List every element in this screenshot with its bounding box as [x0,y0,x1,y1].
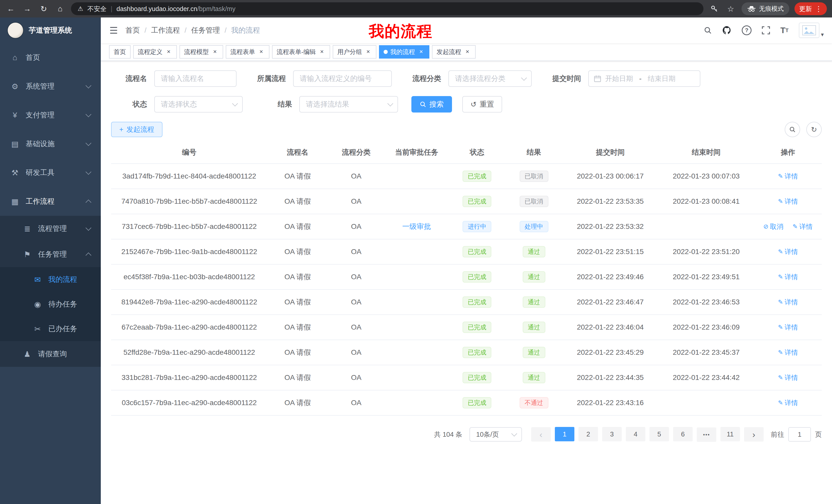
reload-icon[interactable]: ↻ [38,3,49,15]
page-number-button[interactable]: 11 [721,427,740,441]
jump-page-input[interactable] [788,427,811,442]
breadcrumb-item[interactable]: 首页 / [126,25,151,35]
prev-page-button[interactable]: ‹ [531,427,551,442]
fullscreen-icon[interactable] [762,26,770,34]
page-number-button[interactable]: ••• [697,427,716,442]
page-tab[interactable]: 我的流程 × [379,45,430,59]
app-logo[interactable]: 芋道管理系统 [0,18,101,43]
create-process-button[interactable]: + 发起流程 [111,122,162,137]
reset-button[interactable]: ↺ 重置 [462,96,502,113]
sidebar-item[interactable]: ⚒ 研发工具 [0,158,101,187]
page-tab[interactable]: 流程定义 × [133,45,177,59]
browser-menu-icon[interactable]: ⋮ [815,5,822,13]
next-page-button[interactable]: › [744,427,763,442]
page-number-button[interactable]: 3 [602,427,622,441]
cell-current-task [385,315,449,340]
page-number-button[interactable]: 5 [649,427,669,441]
sidebar-item-label: 已办任务 [48,324,77,334]
plus-icon: + [119,125,123,134]
sidebar-item[interactable]: ♟ 请假查询 [0,341,101,367]
address-bar[interactable]: ⚠ 不安全 | dashboard.yudao.iocoder.cn/bpm/t… [71,2,703,15]
breadcrumb-item[interactable]: 我的流程 [231,25,269,35]
result-select[interactable]: 请选择流结果 [299,96,398,113]
page-size-select[interactable]: 10条/页 [469,427,522,442]
cell-submit-time: 2022-01-23 00:06:17 [562,164,658,189]
sidebar-item[interactable]: ▤ 基础设施 [0,130,101,158]
detail-link[interactable]: ✎详情 [778,172,798,181]
page-tab[interactable]: 发起流程 × [432,45,476,59]
breadcrumb-label[interactable]: 工作流程 [151,25,180,35]
sidebar-item[interactable]: ⚙ 系统管理 [0,72,101,101]
tab-close-icon[interactable]: × [418,48,425,55]
cell-end-time: 2022-01-22 23:45:37 [658,340,754,365]
detail-link[interactable]: ✎详情 [778,373,798,382]
sidebar-item[interactable]: ✉ 我的流程 [0,267,101,292]
password-key-icon[interactable] [709,3,720,15]
toggle-search-button[interactable] [785,122,800,137]
tab-close-icon[interactable]: × [464,48,471,55]
breadcrumb-item[interactable]: 工作流程 / [151,25,191,35]
detail-link[interactable]: ✎详情 [778,247,798,256]
date-range-picker[interactable]: 开始日期 - 结束日期 [588,71,700,87]
process-name-input[interactable] [154,71,237,87]
user-avatar-menu[interactable]: ▾ [799,23,824,38]
sidebar-item[interactable]: ⌂ 首页 [0,43,101,72]
tab-close-icon[interactable]: × [365,48,372,55]
back-icon[interactable]: ← [5,3,17,15]
detail-link[interactable]: ✎详情 [793,222,813,231]
breadcrumb-label[interactable]: 我的流程 [231,25,260,35]
detail-link[interactable]: ✎详情 [778,273,798,282]
bookmark-star-icon[interactable]: ☆ [725,3,736,15]
breadcrumb-label[interactable]: 首页 [126,25,140,35]
page-number-button[interactable]: 6 [673,427,693,441]
cell-submit-time: 2022-01-22 23:44:35 [562,365,658,390]
page-tab[interactable]: 流程表单 × [226,45,269,59]
sidebar-item[interactable]: ¥ 支付管理 [0,101,101,130]
refresh-button[interactable]: ↻ [806,122,822,137]
search-button[interactable]: 搜索 [411,96,452,113]
tab-close-icon[interactable]: × [211,48,218,55]
detail-link[interactable]: ✎详情 [778,348,798,357]
home-icon[interactable]: ⌂ [54,3,66,15]
tab-close-icon[interactable]: × [165,48,172,55]
sidebar-item-label: 任务管理 [38,249,67,259]
sidebar-item[interactable]: ⚑ 任务管理 [0,242,101,267]
sidebar-item-label: 我的流程 [48,275,77,284]
tab-close-icon[interactable]: × [318,48,326,55]
start-date-placeholder: 开始日期 [605,74,633,83]
process-def-input[interactable] [293,71,392,87]
cell-process-name: OA 请假 [267,289,328,315]
breadcrumb-label[interactable]: 任务管理 [191,25,220,35]
category-select[interactable]: 请选择流程分类 [448,71,532,87]
breadcrumb-item[interactable]: 任务管理 / [191,25,231,35]
page-number-button[interactable]: 4 [626,427,645,441]
page-number-button[interactable]: 2 [578,427,598,441]
search-icon[interactable] [704,26,712,34]
sidebar-item[interactable]: ▦ 工作流程 [0,187,101,216]
github-icon[interactable] [722,26,731,35]
font-size-icon[interactable]: TT [780,26,788,35]
detail-link[interactable]: ✎详情 [778,298,798,307]
page-tab[interactable]: 流程模型 × [179,45,223,59]
page-number-button[interactable]: 1 [555,427,574,441]
detail-link[interactable]: ✎详情 [778,398,798,408]
status-select[interactable]: 请选择状态 [154,96,243,113]
sidebar-item[interactable]: ≣ 流程管理 [0,216,101,242]
url-separator: | [111,5,113,12]
tab-close-icon[interactable]: × [258,48,265,55]
incognito-label: 无痕模式 [759,5,784,13]
forward-icon[interactable]: → [22,3,33,15]
page-tab[interactable]: 用户分组 × [333,45,376,59]
help-icon[interactable]: ? [742,25,752,35]
page-tab[interactable]: 首页 × [109,45,131,59]
page-tab[interactable]: 流程表单-编辑 × [272,45,330,59]
detail-link[interactable]: ✎详情 [778,323,798,332]
cancel-link[interactable]: ⊘取消 [763,222,783,231]
detail-link[interactable]: ✎详情 [778,197,798,206]
sidebar-item[interactable]: ◉ 待办任务 [0,292,101,316]
sidebar-item[interactable]: ✂ 已办任务 [0,316,101,341]
hamburger-icon[interactable] [109,26,118,34]
task-link[interactable]: 一级审批 [402,222,431,230]
update-button[interactable]: 更新 ⋮ [795,2,827,15]
tab-label: 流程定义 [138,48,162,56]
